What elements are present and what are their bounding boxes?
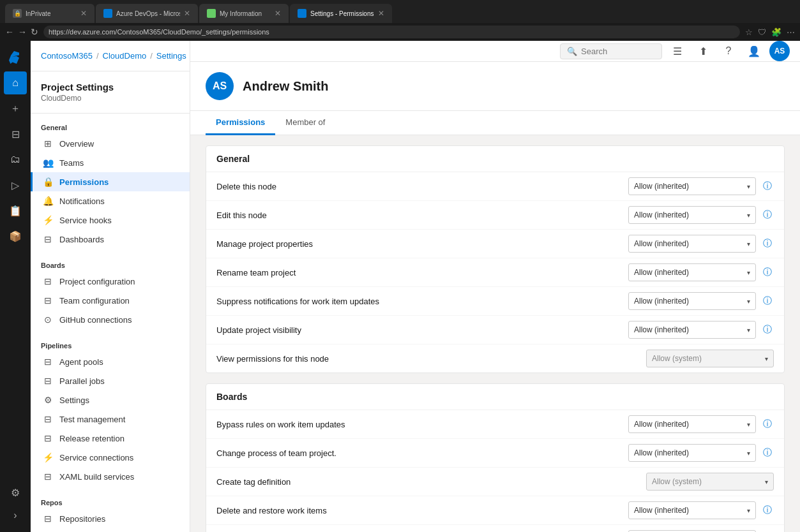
sidebar-item-release-retention[interactable]: ⊟ Release retention <box>31 429 190 448</box>
sidebar-item-label-release-retention: Release retention <box>59 434 125 443</box>
breadcrumb-project[interactable]: CloudDemo <box>103 51 147 61</box>
permission-select-manage-props[interactable]: Allow (inherited) ▾ <box>628 235 756 253</box>
tab-favicon-2 <box>103 9 112 18</box>
permission-select-wrapper-2: Allow (inherited) ▾ ⓘ <box>628 206 774 224</box>
info-icon-3[interactable]: ⓘ <box>761 238 774 249</box>
boards-section-header: Boards <box>206 384 784 410</box>
search-box[interactable]: 🔍 <box>560 43 662 59</box>
info-icon[interactable]: ⓘ <box>761 181 774 192</box>
sidebar-item-label-repositories: Repositories <box>59 514 105 524</box>
info-icon-9[interactable]: ⓘ <box>761 505 774 516</box>
filter-icon[interactable]: ☰ <box>667 41 688 61</box>
rail-pipelines[interactable]: ▷ <box>4 174 27 196</box>
address-bar: ← → ↻ ☆ 🛡 🧩 ⋯ <box>0 23 800 41</box>
account-icon[interactable]: 👤 <box>744 41 764 61</box>
sidebar-item-dashboards[interactable]: ⊟ Dashboards <box>31 230 190 249</box>
tab-close-4[interactable]: ✕ <box>378 9 384 18</box>
extension-icon[interactable]: 🧩 <box>771 27 781 37</box>
xaml-icon: ⊟ <box>43 471 53 482</box>
address-input[interactable] <box>43 26 740 38</box>
sidebar-item-service-hooks[interactable]: ⚡ Service hooks <box>31 211 190 230</box>
sidebar-item-notifications[interactable]: 🔔 Notifications <box>31 191 190 211</box>
select-value: Allow (inherited) <box>634 211 689 219</box>
sidebar-item-overview[interactable]: ⊞ Overview <box>31 134 190 153</box>
sidebar-item-parallel-jobs[interactable]: ⊟ Parallel jobs <box>31 371 190 390</box>
permission-select-suppress[interactable]: Allow (inherited) ▾ <box>628 292 756 310</box>
parallel-jobs-icon: ⊟ <box>43 376 53 386</box>
permission-select-rename[interactable]: Allow (inherited) ▾ <box>628 263 756 281</box>
search-input[interactable] <box>581 47 655 56</box>
service-connections-icon: ⚡ <box>43 452 53 462</box>
breadcrumb-settings[interactable]: Settings <box>156 51 186 61</box>
browser-controls[interactable]: ← → ↻ <box>5 27 38 37</box>
permission-select-create-tag[interactable]: Allow (system) ▾ <box>646 473 774 491</box>
forward-button[interactable]: → <box>18 27 27 37</box>
general-permissions-section: General Delete this node Allow (inherite… <box>206 145 785 373</box>
info-icon-2[interactable]: ⓘ <box>761 209 774 221</box>
rail-create[interactable]: ＋ <box>4 97 27 120</box>
rail-artifacts[interactable]: 📦 <box>4 225 27 248</box>
rail-settings[interactable]: ⚙ <box>4 481 27 504</box>
sidebar-item-repositories[interactable]: ⊟ Repositories <box>31 509 190 528</box>
browser-bar: 🔒 InPrivate ✕ Azure DevOps - Microsoft A… <box>0 0 800 23</box>
star-icon[interactable]: ☆ <box>745 27 753 37</box>
permission-select-view-permissions[interactable]: Allow (system) ▾ <box>646 350 774 367</box>
permission-select-change-process[interactable]: Allow (inherited) ▾ <box>628 444 756 462</box>
browser-tab-3[interactable]: My Information ✕ <box>199 4 289 23</box>
sidebar-item-project-config[interactable]: ⊟ Project configuration <box>31 272 190 291</box>
sidebar-item-xaml-build[interactable]: ⊟ XAML build services <box>31 467 190 486</box>
rail-azure-devops[interactable] <box>4 46 27 69</box>
tab-permissions[interactable]: Permissions <box>206 111 275 135</box>
sidebar-section-general: General ⊞ Overview 👥 Teams 🔒 Permissions… <box>31 114 190 251</box>
permission-select-wrapper-5: Allow (inherited) ▾ ⓘ <box>628 292 774 310</box>
sidebar-item-github-connections[interactable]: ⊙ GitHub connections <box>31 310 190 329</box>
sidebar-item-agent-pools[interactable]: ⊟ Agent pools <box>31 352 190 371</box>
more-icon[interactable]: ⋯ <box>787 27 795 37</box>
sidebar-title: Project Settings <box>41 82 179 92</box>
user-avatar-nav[interactable]: AS <box>769 41 790 61</box>
tab-member-of[interactable]: Member of <box>275 111 335 135</box>
tab-close-3[interactable]: ✕ <box>275 9 281 18</box>
help-icon[interactable]: ? <box>718 41 739 61</box>
browser-tab-4[interactable]: Settings - Permissions | CloudDe... ✕ <box>290 4 392 23</box>
info-icon-6[interactable]: ⓘ <box>761 324 774 336</box>
select-value: Allow (inherited) <box>634 182 689 191</box>
sidebar-item-service-connections[interactable]: ⚡ Service connections <box>31 448 190 467</box>
permission-select-visibility[interactable]: Allow (inherited) ▾ <box>628 321 756 339</box>
chevron-icon: ▾ <box>747 298 750 305</box>
tab-close-1[interactable]: ✕ <box>80 9 87 18</box>
info-icon-5[interactable]: ⓘ <box>761 295 774 307</box>
sidebar-item-label-teams: Teams <box>59 158 84 168</box>
rail-expand[interactable]: › <box>4 504 27 527</box>
browser-tab-1[interactable]: 🔒 InPrivate ✕ <box>5 4 94 23</box>
sidebar-item-test-management[interactable]: ⊟ Test management <box>31 410 190 429</box>
download-icon[interactable]: ⬆ <box>693 41 713 61</box>
refresh-button[interactable]: ↻ <box>31 27 38 37</box>
back-button[interactable]: ← <box>5 27 14 37</box>
rail-repos[interactable]: 🗂 <box>4 148 27 171</box>
sidebar-item-team-config[interactable]: ⊟ Team configuration <box>31 291 190 310</box>
sidebar-item-teams[interactable]: 👥 Teams <box>31 153 190 172</box>
rail-home[interactable]: ⌂ <box>4 71 27 94</box>
rail-bottom: ⚙ › <box>4 481 27 527</box>
breadcrumb-org[interactable]: ContosoM365 <box>41 51 93 61</box>
sidebar-item-permissions[interactable]: 🔒 Permissions <box>31 172 190 191</box>
permission-row-update-visibility: Update project visibility Allow (inherit… <box>206 316 784 344</box>
sidebar-item-settings[interactable]: ⚙ Settings <box>31 390 190 410</box>
permission-row-suppress-notifications: Suppress notifications for work item upd… <box>206 287 784 316</box>
rail-test-plans[interactable]: 📋 <box>4 199 27 222</box>
permission-select-delete-node[interactable]: Allow (inherited) ▾ <box>628 177 756 195</box>
browser-tab-2[interactable]: Azure DevOps - Microsoft Azure ✕ <box>96 4 198 23</box>
sidebar-item-label-parallel-jobs: Parallel jobs <box>59 376 105 386</box>
tab-close-2[interactable]: ✕ <box>184 9 190 18</box>
permission-select-wrapper-10: Allow (system) ▾ <box>646 473 774 491</box>
permission-select-delete-restore[interactable]: Allow (inherited) ▾ <box>628 501 756 519</box>
permission-select-bypass[interactable]: Allow (inherited) ▾ <box>628 415 756 433</box>
permission-select-edit-node[interactable]: Allow (inherited) ▾ <box>628 206 756 224</box>
rail-boards[interactable]: ⊟ <box>4 122 27 145</box>
info-icon-8[interactable]: ⓘ <box>761 447 774 459</box>
info-icon-7[interactable]: ⓘ <box>761 418 774 430</box>
permission-select-wrapper-3: Allow (inherited) ▾ ⓘ <box>628 235 774 253</box>
page-header: AS Andrew Smith <box>190 62 800 111</box>
info-icon-4[interactable]: ⓘ <box>761 267 774 278</box>
